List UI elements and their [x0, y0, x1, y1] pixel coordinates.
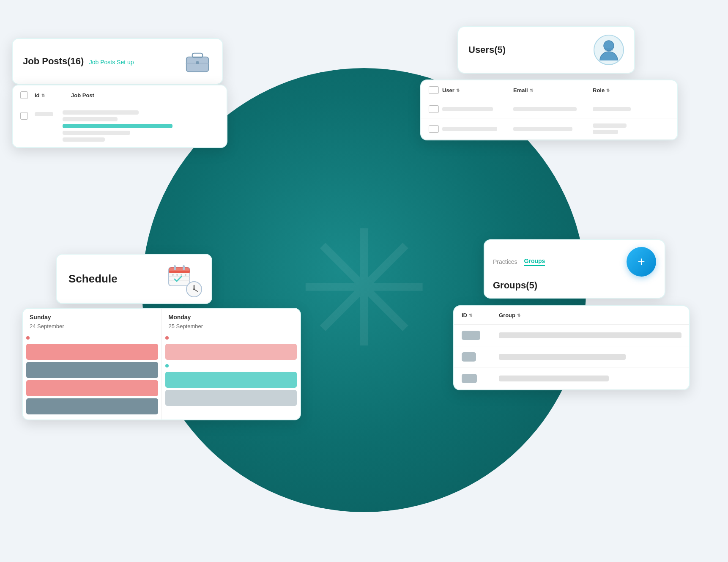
sunday-event-4[interactable] [26, 398, 158, 414]
job-posts-table-card: Id ⇅ Job Post [12, 85, 227, 148]
job-table-select-all[interactable] [20, 91, 28, 99]
group-name-skel-1 [499, 332, 681, 338]
groups-header-card: Practices Groups + Groups(5) [484, 239, 665, 299]
group-id-skel-2 [462, 352, 476, 362]
groups-table-header: ID ⇅ Group ⇅ [454, 306, 689, 325]
job-posts-title: Job Posts(16) [23, 56, 84, 66]
users-table-card: User ⇅ Email ⇅ Role ⇅ [420, 80, 678, 140]
svg-rect-8 [169, 271, 190, 273]
person-icon [598, 38, 619, 61]
sunday-events [23, 334, 161, 419]
users-col-user[interactable]: User ⇅ [442, 87, 510, 93]
monday-dot-1 [165, 336, 169, 340]
schedule-title: Schedule [68, 272, 118, 285]
tab-practices[interactable]: Practices [493, 258, 517, 265]
monday-event-1[interactable] [165, 344, 297, 360]
schedule-table-card: Sunday 24 September Monday 25 September [22, 308, 301, 420]
groups-table-row [454, 346, 689, 368]
job-content [63, 110, 219, 142]
svg-rect-9 [174, 265, 176, 270]
schedule-sunday-date: 24 September [23, 322, 161, 334]
svg-point-15 [181, 274, 182, 276]
group-id-skel-3 [462, 374, 477, 383]
user-sort-icon[interactable]: ⇅ [456, 88, 460, 93]
id-sort-icon[interactable]: ⇅ [41, 93, 45, 98]
location-pin-icon: + [627, 247, 656, 277]
users-table-header: User ⇅ Email ⇅ Role ⇅ [421, 80, 677, 100]
groups-col-id[interactable]: ID ⇅ [462, 312, 495, 318]
clock-icon [186, 281, 202, 297]
schedule-sunday-header: Sunday [23, 309, 161, 322]
job-posts-subtitle[interactable]: Job Posts Set up [89, 59, 134, 66]
groups-title-row: Groups(5) [493, 280, 656, 291]
job-table-col-id[interactable]: Id ⇅ [35, 92, 64, 99]
groups-table-row [454, 325, 689, 346]
briefcase-icon [183, 47, 212, 76]
sunday-event-2[interactable] [26, 362, 158, 378]
group-name-skel-3 [499, 376, 609, 381]
groups-table-row [454, 368, 689, 389]
schedule-columns: Sunday 24 September Monday 25 September [23, 309, 300, 419]
calendar-clock-icon [168, 263, 200, 295]
job-table-col-jobpost: Job Post [71, 92, 94, 99]
job-row-checkbox[interactable] [20, 112, 28, 120]
schedule-header-card: Schedule [56, 254, 212, 304]
users-table-row [421, 100, 677, 118]
groups-id-sort-icon[interactable]: ⇅ [469, 313, 472, 318]
monday-event-3[interactable] [165, 390, 297, 406]
svg-point-16 [185, 274, 186, 276]
groups-col-group[interactable]: Group ⇅ [499, 312, 681, 318]
monday-dot-2 [165, 364, 169, 367]
svg-point-14 [176, 274, 178, 276]
users-header-card: Users(5) [457, 26, 635, 74]
svg-rect-3 [196, 61, 199, 64]
users-col-email[interactable]: Email ⇅ [513, 87, 589, 93]
svg-rect-10 [183, 265, 185, 270]
user-row-checkbox-1[interactable] [429, 105, 439, 113]
groups-tabs: Practices Groups + [493, 247, 656, 277]
groups-title: Groups(5) [493, 280, 537, 291]
groups-group-sort-icon[interactable]: ⇅ [517, 313, 520, 318]
groups-table-card: ID ⇅ Group ⇅ [453, 305, 690, 390]
sunday-event-3[interactable] [26, 380, 158, 396]
users-col-role[interactable]: Role ⇅ [593, 87, 643, 93]
sunday-dot-1 [26, 336, 30, 340]
monday-events [162, 334, 301, 411]
email-sort-icon[interactable]: ⇅ [530, 88, 533, 93]
schedule-monday-header: Monday [162, 309, 301, 322]
group-name-skel-2 [499, 354, 626, 360]
users-select-all[interactable] [429, 86, 439, 94]
job-table-row [13, 105, 227, 147]
schedule-col-monday: Monday 25 September [162, 309, 301, 419]
job-posts-header-card: Job Posts(16) Job Posts Set up [12, 38, 223, 85]
svg-rect-5 [605, 48, 613, 51]
users-table-row [421, 118, 677, 140]
job-table-header: Id ⇅ Job Post [13, 85, 227, 105]
tab-groups[interactable]: Groups [524, 258, 545, 266]
user-row-checkbox-2[interactable] [429, 125, 439, 133]
user-avatar-icon [594, 35, 624, 65]
sunday-event-1[interactable] [26, 344, 158, 360]
svg-point-20 [193, 288, 195, 290]
schedule-col-sunday: Sunday 24 September [23, 309, 162, 419]
schedule-monday-date: 25 September [162, 322, 301, 334]
role-sort-icon[interactable]: ⇅ [606, 88, 610, 93]
svg-point-13 [172, 274, 174, 276]
group-id-skel-1 [462, 331, 480, 340]
monday-event-2[interactable] [165, 372, 297, 388]
users-title: Users(5) [468, 44, 506, 55]
